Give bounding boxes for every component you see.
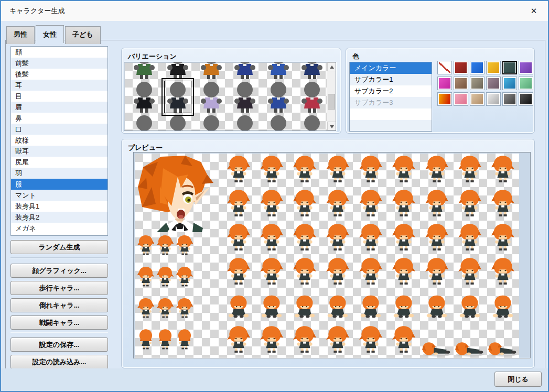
color-group: 色 メインカラーサブカラー1サブカラー2サブカラー3 bbox=[346, 48, 535, 134]
parts-list[interactable]: 顔前髪後髪耳目眉鼻口紋様獣耳尻尾羽服マント装身具1装身具2メガネ bbox=[10, 46, 108, 236]
variation-thumbnail[interactable] bbox=[262, 62, 295, 80]
color-target-item[interactable]: サブカラー3 bbox=[350, 97, 432, 108]
color-swatch[interactable] bbox=[502, 92, 517, 106]
parts-list-item[interactable]: 口 bbox=[11, 124, 107, 135]
variation-thumbnail[interactable] bbox=[195, 114, 228, 131]
parts-list-item[interactable]: 前髪 bbox=[11, 58, 107, 69]
character-sprite bbox=[454, 329, 486, 358]
variation-thumbnail[interactable] bbox=[127, 62, 161, 80]
color-target-item[interactable]: サブカラー1 bbox=[350, 74, 432, 85]
swatch-fill bbox=[439, 78, 450, 89]
color-swatch[interactable] bbox=[470, 77, 485, 90]
variation-thumbnail[interactable] bbox=[228, 114, 262, 131]
parts-list-item[interactable]: 服 bbox=[11, 179, 107, 190]
color-swatch[interactable] bbox=[486, 77, 501, 90]
character-sprite bbox=[326, 189, 350, 218]
color-swatch[interactable] bbox=[470, 92, 485, 106]
variation-thumbnail[interactable] bbox=[262, 80, 295, 114]
mannequin-sprite bbox=[299, 62, 325, 80]
tab-1[interactable]: 女性 bbox=[36, 25, 64, 43]
swatch-fill bbox=[471, 62, 483, 73]
variation-thumbnail[interactable] bbox=[228, 62, 262, 80]
scroll-down-icon[interactable] bbox=[327, 122, 336, 130]
character-sprite bbox=[227, 189, 251, 218]
parts-list-item[interactable]: メガネ bbox=[11, 223, 107, 234]
parts-list-item[interactable]: 羽 bbox=[11, 168, 107, 179]
downed-character-button[interactable]: 倒れキャラ... bbox=[10, 298, 108, 312]
scrollbar-thumb[interactable] bbox=[328, 94, 335, 110]
variation-thumbnail[interactable] bbox=[195, 62, 228, 80]
variation-thumbnail[interactable] bbox=[262, 114, 295, 131]
character-sprite bbox=[260, 257, 284, 286]
variation-thumbnail[interactable] bbox=[161, 62, 195, 80]
color-target-empty-row bbox=[350, 108, 432, 120]
color-swatch[interactable] bbox=[437, 92, 452, 106]
character-sprite bbox=[326, 257, 350, 286]
variation-thumbnail[interactable] bbox=[295, 62, 329, 80]
parts-list-item[interactable]: 紋様 bbox=[11, 135, 107, 146]
parts-list-item[interactable]: 顔 bbox=[11, 47, 107, 58]
character-sprite bbox=[137, 265, 155, 289]
parts-list-item[interactable]: 耳 bbox=[11, 80, 107, 91]
variation-thumbnail[interactable] bbox=[195, 80, 228, 114]
color-target-list[interactable]: メインカラーサブカラー1サブカラー2サブカラー3 bbox=[349, 62, 432, 132]
mannequin-sprite bbox=[132, 62, 157, 80]
mannequin-sprite bbox=[132, 80, 157, 114]
color-swatch[interactable] bbox=[437, 77, 452, 90]
swatch-none[interactable] bbox=[437, 61, 452, 74]
character-sprite bbox=[425, 223, 449, 252]
character-sprite bbox=[227, 257, 251, 286]
load-settings-button[interactable]: 設定の読み込み... bbox=[10, 355, 108, 369]
character-sprite bbox=[392, 189, 416, 218]
variation-thumbnail[interactable] bbox=[228, 80, 262, 114]
variation-scrollbar[interactable] bbox=[327, 62, 336, 130]
random-generate-button[interactable]: ランダム生成 bbox=[10, 240, 108, 254]
parts-list-item[interactable]: 獣耳 bbox=[11, 146, 107, 157]
color-swatch[interactable] bbox=[470, 61, 485, 74]
mannequin-sprite bbox=[132, 114, 157, 131]
tab-2[interactable]: 子ども bbox=[65, 26, 101, 44]
color-swatch[interactable] bbox=[486, 61, 501, 74]
walk-character-button[interactable]: 歩行キャラ... bbox=[10, 281, 108, 295]
color-swatch[interactable] bbox=[519, 92, 533, 106]
character-sprite bbox=[176, 328, 193, 352]
dialog-footer: 閉じる bbox=[1, 368, 548, 391]
parts-list-item[interactable]: 目 bbox=[11, 91, 107, 102]
tab-0[interactable]: 男性 bbox=[6, 26, 35, 44]
close-icon[interactable]: ✕ bbox=[523, 3, 545, 19]
color-swatch[interactable] bbox=[454, 61, 468, 74]
color-swatch[interactable] bbox=[502, 61, 517, 74]
color-swatch[interactable] bbox=[502, 77, 517, 90]
parts-list-item[interactable]: 装身具2 bbox=[11, 212, 107, 223]
battle-character-button[interactable]: 戦闘キャラ... bbox=[10, 315, 108, 330]
color-swatch[interactable] bbox=[519, 77, 533, 90]
color-swatch[interactable] bbox=[454, 77, 468, 90]
scroll-up-icon[interactable] bbox=[327, 62, 336, 71]
parts-list-item[interactable]: 装身具1 bbox=[11, 201, 107, 212]
character-sprite bbox=[421, 329, 453, 358]
variation-thumbnail[interactable] bbox=[127, 80, 161, 114]
variation-thumbnail[interactable] bbox=[295, 80, 329, 114]
swatch-fill bbox=[471, 94, 483, 104]
face-graphic-button[interactable]: 顔グラフィック... bbox=[10, 264, 108, 278]
color-target-item[interactable]: メインカラー bbox=[350, 62, 432, 74]
variation-group-title: バリエーション bbox=[128, 52, 177, 61]
parts-list-item[interactable]: マント bbox=[11, 190, 107, 201]
parts-list-item[interactable]: 尻尾 bbox=[11, 157, 107, 168]
parts-list-item[interactable]: 鼻 bbox=[11, 113, 107, 124]
character-sprite bbox=[293, 155, 317, 184]
parts-list-item[interactable]: 後髪 bbox=[11, 69, 107, 80]
save-settings-button[interactable]: 設定の保存... bbox=[10, 337, 108, 352]
color-swatch[interactable] bbox=[486, 92, 501, 106]
swatch-fill bbox=[520, 62, 532, 73]
color-swatch[interactable] bbox=[519, 61, 533, 74]
color-swatch[interactable] bbox=[454, 92, 468, 106]
variation-thumbnail[interactable] bbox=[161, 114, 195, 131]
variation-thumbnail[interactable] bbox=[127, 114, 161, 131]
variation-thumbnail[interactable] bbox=[295, 114, 329, 131]
mannequin-sprite bbox=[266, 114, 291, 131]
close-dialog-button[interactable]: 閉じる bbox=[494, 372, 542, 387]
parts-list-item[interactable]: 眉 bbox=[11, 102, 107, 113]
character-sprite bbox=[156, 265, 174, 289]
color-target-item[interactable]: サブカラー2 bbox=[350, 85, 432, 97]
